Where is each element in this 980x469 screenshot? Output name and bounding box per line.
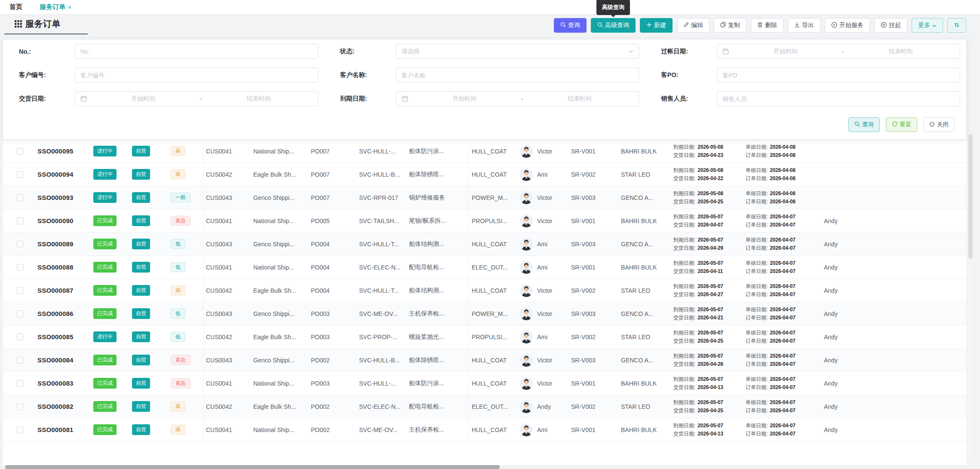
- table-row[interactable]: SSO000082 已完成 自营 高 CUS0042 Eagle Bulk Sh…: [3, 395, 966, 418]
- delivery-date-label: 交货日期:: [673, 175, 695, 181]
- doc-date-value: 2026-04-07: [770, 330, 795, 336]
- export-button[interactable]: 导出: [788, 18, 820, 33]
- delivery-date-value: 2026-04-11: [697, 268, 723, 274]
- table-row[interactable]: SSO000088 已完成 自营 低 CUS0041 National Ship…: [3, 256, 966, 279]
- row-checkbox[interactable]: [17, 148, 24, 155]
- type-badge: 自营: [132, 424, 150, 435]
- delivery-date-value: 2026-04-29: [697, 245, 723, 251]
- type-badge: 自营: [132, 308, 150, 319]
- sort-button[interactable]: [947, 18, 966, 33]
- type-badge: 自营: [132, 215, 150, 226]
- avatar: [520, 423, 533, 436]
- row-checkbox[interactable]: [17, 218, 24, 224]
- doc-date-value: 2026-04-07: [770, 423, 795, 429]
- table-row[interactable]: SSO000090 已完成 自营 紧急 CUS0041 National Shi…: [3, 209, 966, 233]
- panel-footer: 查询 重置 关闭: [3, 115, 966, 139]
- order-date-value: 2026-04-07: [770, 384, 795, 390]
- customer-name-field-label: 客户名称:: [340, 71, 396, 79]
- vessel-code: SR-V003: [568, 241, 618, 248]
- advanced-query-button-label: 高级查询: [605, 21, 629, 29]
- salesperson-input[interactable]: [717, 91, 960, 106]
- row-checkbox[interactable]: [17, 403, 24, 410]
- panel-reset-button[interactable]: 重置: [886, 117, 917, 132]
- row-checkbox[interactable]: [17, 171, 24, 178]
- row-checkbox[interactable]: [17, 194, 24, 201]
- customer-code: CUS0041: [203, 380, 251, 387]
- order-no: SSO000088: [27, 264, 88, 271]
- search-icon: [854, 121, 860, 128]
- vessel-code: SR-V001: [568, 148, 618, 155]
- posting-date-range[interactable]: 开始时间 - 结束时间: [717, 44, 960, 59]
- table-row[interactable]: SSO000089 已完成 自营 低 CUS0043 Genco Shippi.…: [3, 233, 966, 256]
- page-title-label: 服务订单: [25, 18, 61, 30]
- row-checkbox[interactable]: [17, 426, 24, 433]
- table-row[interactable]: SSO000086 已完成 自营 低 CUS0043 Genco Shippi.…: [3, 302, 966, 325]
- due-date-range[interactable]: 开始时间 - 结束时间: [396, 91, 639, 106]
- due-delivery-dates: 到期日期:2026-05-07 交货日期:2026-04-13: [671, 376, 743, 391]
- advanced-query-button[interactable]: 高级查询 高级查询: [591, 18, 636, 33]
- priority-badge: 高: [171, 425, 185, 435]
- customer-code-input[interactable]: [75, 67, 318, 83]
- vertical-scrollbar-thumb[interactable]: [968, 134, 973, 259]
- start-service-button[interactable]: 开始服务: [825, 18, 870, 33]
- table-row[interactable]: SSO000084 已完成 自营 紧急 CUS0043 Genco Shippi…: [3, 349, 966, 372]
- row-checkbox[interactable]: [17, 287, 24, 294]
- due-date-label: 到期日期:: [673, 307, 695, 313]
- row-checkbox[interactable]: [17, 241, 24, 248]
- table-row[interactable]: SSO000083 已完成 自营 紧急 CUS0041 National Shi…: [3, 372, 966, 395]
- table-row[interactable]: SSO000081 已完成 自营 高 CUS0041 National Ship…: [3, 418, 966, 441]
- customer-po-input[interactable]: [717, 67, 960, 83]
- doc-date-label: 单据日期:: [746, 260, 768, 266]
- horizontal-scrollbar-thumb[interactable]: [5, 465, 500, 469]
- copy-button[interactable]: 复制: [714, 18, 747, 33]
- delivery-date-range[interactable]: 开始时间 - 结束时间: [75, 91, 318, 106]
- row-checkbox[interactable]: [17, 357, 24, 364]
- panel-query-button[interactable]: 查询: [848, 117, 880, 132]
- panel-close-button[interactable]: 关闭: [923, 117, 955, 132]
- tab-service-orders[interactable]: 服务订单 ×: [40, 3, 71, 11]
- create-button[interactable]: 新建: [640, 18, 673, 33]
- status-badge: 进行中: [93, 331, 117, 342]
- salesperson: Andy: [821, 426, 966, 433]
- service-category: PROPULSI...: [469, 334, 520, 340]
- suspend-button[interactable]: 挂起: [874, 18, 907, 33]
- row-checkbox[interactable]: [17, 310, 24, 317]
- priority-badge: 紧急: [171, 216, 190, 226]
- horizontal-scrollbar[interactable]: [3, 465, 966, 469]
- query-button[interactable]: 查询: [554, 18, 587, 33]
- tab-close-icon[interactable]: ×: [68, 4, 71, 10]
- customer-name: Genco Shippi...: [251, 194, 308, 201]
- no-input[interactable]: [75, 44, 318, 59]
- customer-po: PO005: [308, 218, 356, 224]
- table-row[interactable]: SSO000085 进行中 自营 低 CUS0042 Eagle Bulk Sh…: [3, 325, 966, 349]
- table-row[interactable]: SSO000093 进行中 自营 一般 CUS0043 Genco Shippi…: [3, 186, 966, 209]
- doc-date-label: 单据日期:: [746, 190, 768, 196]
- row-checkbox[interactable]: [17, 380, 24, 387]
- query-button-label: 查询: [568, 21, 580, 29]
- table-row[interactable]: SSO000095 进行中 自营 高 CUS0041 National Ship…: [3, 140, 966, 163]
- due-date-label: 到期日期:: [673, 283, 695, 289]
- service-code: SVC-HULL-...: [356, 148, 408, 155]
- delete-button[interactable]: 删除: [751, 18, 783, 33]
- vertical-scrollbar[interactable]: [968, 134, 973, 463]
- edit-button[interactable]: 编辑: [677, 18, 710, 33]
- row-checkbox[interactable]: [17, 264, 24, 271]
- status-select[interactable]: 请选择: [396, 44, 639, 59]
- status-badge: 已完成: [93, 424, 117, 435]
- table-row[interactable]: SSO000087 已完成 自营 高 CUS0042 Eagle Bulk Sh…: [3, 279, 966, 302]
- order-date-value: 2026-04-07: [770, 361, 795, 367]
- doc-date-value: 2026-04-07: [770, 353, 795, 359]
- table-row[interactable]: SSO000094 进行中 自营 高 CUS0042 Eagle Bulk Sh…: [3, 163, 966, 186]
- status-badge: 已完成: [93, 378, 117, 388]
- tab-home[interactable]: 首页: [9, 3, 22, 11]
- customer-name: Eagle Bulk Sh...: [251, 334, 308, 340]
- customer-name-input[interactable]: [396, 67, 639, 83]
- more-button[interactable]: 更多: [912, 18, 943, 33]
- service-category: HULL_COAT: [469, 357, 520, 364]
- doc-date-value: 2026-04-07: [770, 283, 795, 289]
- delivery-date-start-placeholder: 开始时间: [89, 95, 197, 103]
- delivery-date-label: 交货日期:: [673, 338, 695, 344]
- delivery-date-label: 交货日期:: [673, 315, 695, 321]
- row-checkbox[interactable]: [17, 334, 24, 340]
- doc-date-label: 单据日期:: [746, 423, 768, 429]
